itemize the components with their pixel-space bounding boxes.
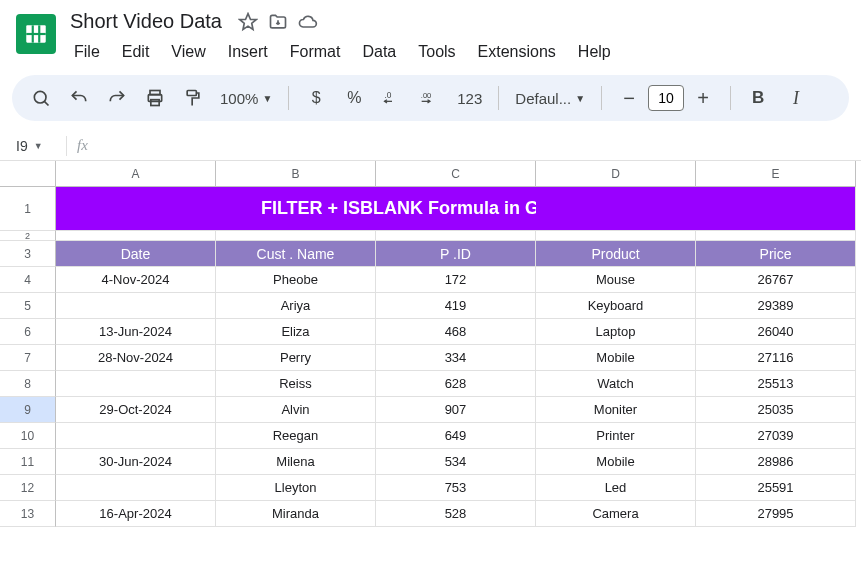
cell[interactable] [696, 231, 856, 241]
cell[interactable]: 25513 [696, 371, 856, 397]
formula-bar[interactable] [88, 138, 861, 154]
menu-view[interactable]: View [161, 39, 215, 65]
cell[interactable]: Mobile [536, 449, 696, 475]
banner-cell[interactable] [536, 187, 696, 231]
search-icon[interactable] [24, 81, 58, 115]
menu-insert[interactable]: Insert [218, 39, 278, 65]
cell[interactable] [56, 231, 216, 241]
row-header[interactable]: 8 [0, 371, 56, 397]
cell[interactable]: Camera [536, 501, 696, 527]
row-header[interactable]: 3 [0, 241, 56, 267]
row-header[interactable]: 11 [0, 449, 56, 475]
column-header-d[interactable]: D [536, 161, 696, 187]
menu-file[interactable]: File [64, 39, 110, 65]
name-box[interactable]: I9▼ [0, 138, 56, 154]
cell[interactable]: 27995 [696, 501, 856, 527]
cell[interactable]: Reegan [216, 423, 376, 449]
document-title[interactable]: Short Video Data [64, 8, 228, 35]
font-size-input[interactable] [648, 85, 684, 111]
currency-button[interactable]: $ [299, 81, 333, 115]
menu-format[interactable]: Format [280, 39, 351, 65]
column-header-c[interactable]: C [376, 161, 536, 187]
cell[interactable]: 907 [376, 397, 536, 423]
cell[interactable]: Perry [216, 345, 376, 371]
cell[interactable] [216, 231, 376, 241]
cell[interactable] [536, 231, 696, 241]
cell[interactable]: 28-Nov-2024 [56, 345, 216, 371]
cell[interactable]: 468 [376, 319, 536, 345]
cell[interactable]: Moniter [536, 397, 696, 423]
cell[interactable]: 28986 [696, 449, 856, 475]
paint-format-icon[interactable] [176, 81, 210, 115]
cell[interactable]: Pheobe [216, 267, 376, 293]
row-header[interactable]: 2 [0, 231, 56, 241]
cell[interactable]: 419 [376, 293, 536, 319]
cell[interactable]: 29389 [696, 293, 856, 319]
cell[interactable]: 753 [376, 475, 536, 501]
header-price[interactable]: Price [696, 241, 856, 267]
cell[interactable]: 27039 [696, 423, 856, 449]
menu-extensions[interactable]: Extensions [468, 39, 566, 65]
select-all-corner[interactable] [0, 161, 56, 187]
cell[interactable] [376, 231, 536, 241]
cell[interactable]: 29-Oct-2024 [56, 397, 216, 423]
row-header[interactable]: 10 [0, 423, 56, 449]
row-header[interactable]: 12 [0, 475, 56, 501]
row-header[interactable]: 1 [0, 187, 56, 231]
cell[interactable]: Lleyton [216, 475, 376, 501]
cell[interactable]: Reiss [216, 371, 376, 397]
banner-cell[interactable] [696, 187, 856, 231]
cell[interactable]: 172 [376, 267, 536, 293]
cell[interactable]: 528 [376, 501, 536, 527]
cell[interactable]: 4-Nov-2024 [56, 267, 216, 293]
cell[interactable] [56, 293, 216, 319]
increase-font-icon[interactable]: + [686, 81, 720, 115]
decrease-decimal-icon[interactable]: .0 [375, 81, 409, 115]
cell[interactable]: Mobile [536, 345, 696, 371]
row-header[interactable]: 13 [0, 501, 56, 527]
move-folder-icon[interactable] [268, 12, 288, 32]
cell[interactable]: 26040 [696, 319, 856, 345]
header-cust[interactable]: Cust . Name [216, 241, 376, 267]
cell[interactable]: Laptop [536, 319, 696, 345]
cell[interactable]: Mouse [536, 267, 696, 293]
banner-cell[interactable]: FILTER + ISBLANK Formula in Google Sheet… [376, 187, 536, 231]
cell[interactable]: 27116 [696, 345, 856, 371]
cell[interactable]: 30-Jun-2024 [56, 449, 216, 475]
star-icon[interactable] [238, 12, 258, 32]
cell[interactable] [56, 371, 216, 397]
menu-edit[interactable]: Edit [112, 39, 160, 65]
cell[interactable]: 25591 [696, 475, 856, 501]
cell[interactable]: Printer [536, 423, 696, 449]
cell[interactable]: Milena [216, 449, 376, 475]
cell[interactable]: Miranda [216, 501, 376, 527]
row-header[interactable]: 9 [0, 397, 56, 423]
cloud-saved-icon[interactable] [298, 12, 318, 32]
column-header-a[interactable]: A [56, 161, 216, 187]
cell[interactable]: Alvin [216, 397, 376, 423]
cell[interactable]: 13-Jun-2024 [56, 319, 216, 345]
header-pid[interactable]: P .ID [376, 241, 536, 267]
increase-decimal-icon[interactable]: .00 [413, 81, 447, 115]
column-header-e[interactable]: E [696, 161, 856, 187]
row-header[interactable]: 6 [0, 319, 56, 345]
row-header[interactable]: 4 [0, 267, 56, 293]
redo-icon[interactable] [100, 81, 134, 115]
percent-button[interactable]: % [337, 81, 371, 115]
sheets-logo[interactable] [16, 14, 56, 54]
cell[interactable]: Watch [536, 371, 696, 397]
italic-button[interactable]: I [779, 81, 813, 115]
cell[interactable]: Ariya [216, 293, 376, 319]
cell[interactable]: 16-Apr-2024 [56, 501, 216, 527]
bold-button[interactable]: B [741, 81, 775, 115]
column-header-b[interactable]: B [216, 161, 376, 187]
row-header[interactable]: 5 [0, 293, 56, 319]
cell[interactable]: 628 [376, 371, 536, 397]
header-date[interactable]: Date [56, 241, 216, 267]
cell[interactable]: 25035 [696, 397, 856, 423]
decrease-font-icon[interactable]: − [612, 81, 646, 115]
zoom-dropdown[interactable]: 100%▼ [214, 90, 278, 107]
print-icon[interactable] [138, 81, 172, 115]
cell[interactable]: 534 [376, 449, 536, 475]
menu-help[interactable]: Help [568, 39, 621, 65]
